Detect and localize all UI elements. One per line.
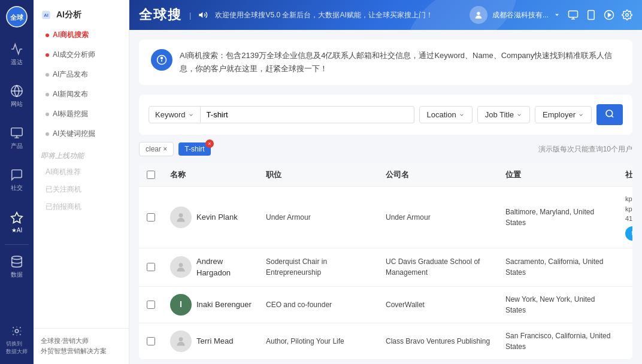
sidebar-item-ai-search[interactable]: AI商机搜索 (34, 25, 129, 45)
sidebar-item-ai[interactable]: ★AI (0, 201, 34, 243)
row1-social-cell: kplank@underarmour.com kplank@advertisin… (618, 187, 632, 248)
svg-point-6 (12, 256, 22, 260)
svg-point-11 (477, 12, 480, 15)
table-header: 名称 职位 公司名 位置 社交 其他 (139, 163, 632, 187)
search-input[interactable] (201, 106, 414, 123)
sidebar-item-ai-title-mining[interactable]: AI标题挖掘 (34, 104, 129, 124)
jobtitle-dropdown[interactable]: Job Title (477, 106, 530, 123)
svg-point-7 (15, 329, 19, 333)
sidebar-item-ai-analyst[interactable]: AI成交分析师 (34, 45, 129, 65)
upcoming-item-2: 已关注商机 (34, 181, 129, 198)
svg-rect-12 (569, 11, 578, 17)
row1-company: Under Armour (378, 205, 498, 230)
play-icon[interactable] (604, 10, 614, 20)
row3-person: I Inaki Berenguer (170, 294, 252, 316)
row3-social-cell (618, 298, 632, 312)
user-area: 成都谷滋科技有... (470, 6, 561, 24)
sidebar-item-products-label: 产品 (11, 142, 23, 150)
row1-checkbox-cell (139, 206, 163, 229)
row2-social-cell (618, 260, 632, 274)
dot-gray-icon (46, 132, 49, 136)
sidebar-item-social[interactable]: 社交 (0, 159, 34, 201)
row3-checkbox[interactable] (147, 301, 155, 309)
row3-avatar: I (170, 294, 192, 316)
row2-location: Sacramento, California, United States (498, 249, 618, 285)
remove-tag-button[interactable]: × (205, 139, 214, 148)
row4-checkbox-cell (139, 330, 163, 353)
dot-gray-icon (46, 113, 49, 116)
row1-email1: kplank@underarmour.com (625, 194, 632, 204)
row1-twitter-icon[interactable]: t (625, 226, 632, 241)
topbar-separator: | (189, 11, 191, 20)
sidebar-item-products[interactable]: 产品 (0, 117, 34, 159)
sidebar-item-website[interactable]: 网站 (0, 75, 34, 117)
row3-company: CoverWallet (378, 292, 498, 317)
row1-phone: 410-454-6428 (625, 214, 632, 224)
row1-person: Kevin Plank (170, 207, 252, 228)
row1-social-icons: t in (625, 226, 632, 241)
sidebar-item-ai-news[interactable]: AI新闻发布 (34, 84, 129, 104)
top-bar: 全球搜 | 欢迎使用全球搜V5.0 全新后台，大数据AI赋能，让全球买家搜上门！… (129, 0, 642, 30)
dot-gray-icon (46, 73, 49, 77)
employer-chevron-icon (578, 112, 584, 118)
svg-point-21 (161, 57, 163, 59)
sidebar-item-reach[interactable]: 遥达 (0, 34, 34, 75)
chevron-down-icon (553, 11, 561, 19)
row2-company: UC Davis Graduate School of Management (378, 249, 498, 285)
location-chevron-icon (459, 112, 465, 118)
location-dropdown[interactable]: Location (419, 106, 473, 123)
sidebar-item-ai-keyword-mining[interactable]: AI关键词挖掘 (34, 124, 129, 144)
row2-checkbox[interactable] (147, 263, 155, 271)
header-name: 名称 (163, 163, 259, 186)
header-company: 公司名 (378, 163, 498, 186)
svg-rect-4 (11, 128, 22, 136)
row4-name-cell: Terri Mead (163, 323, 259, 359)
row4-checkbox[interactable] (147, 337, 155, 345)
dot-icon (46, 34, 49, 37)
sidebar-footer: 全球搜·营销大师 外贸智慧营销解决方案 (34, 328, 129, 364)
select-all-checkbox[interactable] (147, 171, 155, 179)
top-icons (568, 10, 632, 20)
row1-name: Kevin Plank (196, 211, 238, 223)
row1-checkbox[interactable] (147, 213, 155, 222)
monitor-icon[interactable] (568, 10, 579, 20)
keyword-dropdown[interactable]: Keyword (149, 106, 201, 123)
search-button[interactable] (596, 104, 623, 125)
row2-person: Andrew Hargadon (170, 256, 252, 279)
sound-icon (198, 10, 208, 20)
sidebar-item-website-label: 网站 (11, 100, 23, 108)
upcoming-section-title: 即将上线功能 (34, 144, 129, 163)
row2-name-cell: Andrew Hargadon (163, 248, 259, 286)
sidebar-item-data[interactable]: 数据 (0, 246, 34, 288)
row1-name-cell: Kevin Plank (163, 199, 259, 235)
sidebar-bottom-icon[interactable]: 切换到数据大师 (0, 316, 34, 364)
row2-avatar (170, 256, 192, 278)
settings-icon[interactable] (622, 10, 632, 20)
row1-location: Baltimore, Maryland, United States (498, 199, 618, 235)
row2-name: Andrew Hargadon (196, 256, 252, 279)
row3-checkbox-cell (139, 293, 163, 316)
row2-checkbox-cell (139, 256, 163, 278)
svg-marker-10 (199, 12, 203, 17)
main-content: AI商机搜索：包含2139万全球企业信息及4亿联系人邮箱和社交信息，通过Keyw… (129, 30, 642, 364)
sidebar-item-data-label: 数据 (11, 271, 23, 279)
app-logo: 全球 (0, 0, 34, 34)
table-row: Kevin Plank Under Armour Under Armour Ba… (139, 187, 632, 248)
clear-filter-button[interactable]: clear × (139, 142, 174, 156)
svg-point-26 (179, 263, 183, 268)
demo-notice: 演示版每次只能查询10个用户 (538, 144, 632, 154)
row2-jobtitle: Soderquist Chair in Entrepreneurship (259, 249, 378, 285)
employer-dropdown[interactable]: Employer (535, 106, 592, 123)
dot-icon (46, 53, 49, 57)
table-row: I Inaki Berenguer CEO and co-founder Cov… (139, 287, 632, 323)
row4-social-cell (618, 334, 632, 348)
row4-name: Terri Mead (196, 335, 233, 347)
phone-icon[interactable] (586, 10, 596, 20)
svg-marker-18 (608, 13, 611, 17)
sidebar-item-reach-label: 遥达 (11, 58, 23, 66)
svg-point-23 (606, 110, 613, 117)
sidebar-item-ai-publish[interactable]: AI产品发布 (34, 65, 129, 84)
row1-jobtitle: Under Armour (259, 205, 378, 230)
row3-name: Inaki Berenguer (196, 299, 252, 311)
icon-sidebar: 全球 遥达 网站 产品 社交 ★AI 数据 切换到数据大师 (0, 0, 34, 364)
